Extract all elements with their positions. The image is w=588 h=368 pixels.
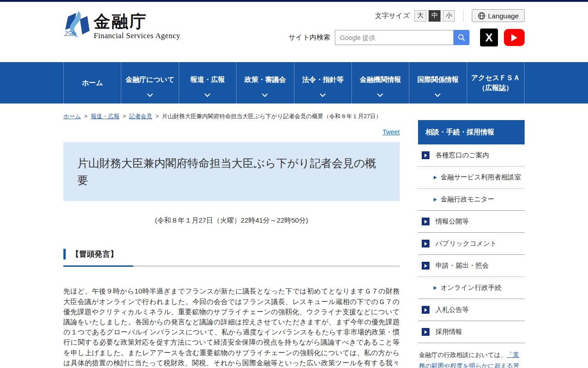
breadcrumb-link[interactable]: 記者会見 bbox=[129, 113, 152, 120]
site-search-input[interactable] bbox=[335, 30, 453, 45]
chevron-down-icon bbox=[147, 91, 153, 97]
arrow-square-icon bbox=[422, 151, 430, 159]
nav-item[interactable]: 報道・広報 bbox=[179, 62, 236, 104]
chevron-down-icon bbox=[262, 91, 268, 97]
sidebar-item-label: 入札公告等 bbox=[435, 305, 469, 314]
svg-text:25th: 25th bbox=[64, 30, 77, 37]
nav-item[interactable]: 国際関係情報 bbox=[409, 62, 466, 104]
sidebar: 相談・手続・採用情報 各種窓口のご案内金融サービス利用者相談室金融行政モニター情… bbox=[418, 104, 525, 368]
sidebar-item-label: 各種窓口のご案内 bbox=[435, 151, 489, 160]
page-title: 片山財務大臣兼内閣府特命担当大臣ぶら下がり記者会見の概要 bbox=[77, 155, 386, 189]
sidebar-item-label: 情報公開等 bbox=[435, 217, 469, 226]
arrow-square-icon bbox=[422, 240, 430, 247]
sidebar-item[interactable]: 申請・届出・照会 bbox=[418, 255, 525, 277]
font-size-label: 文字サイズ bbox=[375, 12, 410, 20]
site-subtitle: Financial Services Agency bbox=[94, 31, 180, 40]
arrow-square-icon bbox=[422, 306, 430, 314]
nav-item-label: 政策・審議会 bbox=[244, 75, 286, 85]
search-icon bbox=[458, 34, 465, 41]
sidebar-item-label: 申請・届出・照会 bbox=[435, 261, 489, 270]
arrow-right-icon bbox=[434, 176, 437, 179]
sidebar-item[interactable]: 採用情報 bbox=[418, 321, 525, 343]
nav-item[interactable]: アクセスＦＳＡ（広報誌） bbox=[467, 62, 525, 104]
sidebar-item[interactable]: オンライン行政手続 bbox=[418, 277, 525, 299]
x-twitter-icon[interactable]: X bbox=[480, 29, 498, 46]
breadcrumb-link[interactable]: 報道・広報 bbox=[90, 113, 119, 120]
breadcrumb-link[interactable]: ホーム bbox=[63, 113, 81, 120]
chevron-down-icon bbox=[435, 91, 441, 97]
sidebar-item-label: 金融サービス利用者相談室 bbox=[441, 173, 521, 182]
sidebar-note: 金融庁の行政相談においては、「業務の範囲や程度を明らかに超える苦情相談」への対応… bbox=[418, 343, 525, 368]
nav-item-label: 報道・広報 bbox=[190, 75, 225, 85]
nav-item-label: 法令・指針等 bbox=[302, 75, 344, 85]
site-header: 25th 金融庁 Financial Services Agency 文字サイズ… bbox=[0, 2, 588, 62]
chevron-down-icon bbox=[320, 91, 326, 97]
chevron-down-icon bbox=[204, 91, 210, 97]
sidebar-header: 相談・手続・採用情報 bbox=[418, 120, 525, 144]
sidebar-item[interactable]: パブリックコメント bbox=[418, 233, 525, 255]
fsa-logo-icon: 25th bbox=[63, 10, 90, 40]
font-size-button[interactable]: 中 bbox=[429, 10, 441, 22]
nav-item[interactable]: ホーム bbox=[63, 62, 121, 104]
fsa-logo[interactable]: 25th 金融庁 Financial Services Agency bbox=[63, 10, 180, 40]
sidebar-item[interactable]: 金融サービス利用者相談室 bbox=[418, 167, 525, 189]
arrow-right-icon bbox=[434, 198, 437, 201]
language-button[interactable]: Language bbox=[472, 9, 525, 22]
site-search-label: サイト内検索 bbox=[288, 33, 330, 42]
press-conference-date: (令和８年１月27日（火曜）22時41分～22時50分) bbox=[63, 216, 400, 225]
breadcrumb-separator: > bbox=[155, 113, 158, 120]
breadcrumb: ホーム>報道・広報>記者会見>片山財務大臣兼内閣府特命担当大臣ぶら下がり記者会見… bbox=[63, 104, 400, 121]
sidebar-item-label: 採用情報 bbox=[435, 328, 462, 336]
nav-item-label: 金融機関情報 bbox=[360, 75, 401, 85]
sidebar-item-label: オンライン行政手続 bbox=[441, 283, 501, 292]
sidebar-item[interactable]: 入札公告等 bbox=[418, 299, 525, 321]
sidebar-item-label: パブリックコメント bbox=[435, 239, 497, 248]
arrow-right-icon bbox=[434, 286, 437, 290]
nav-item-label: 金融庁について bbox=[125, 75, 174, 85]
nav-item[interactable]: 金融機関情報 bbox=[351, 62, 409, 104]
youtube-icon[interactable] bbox=[504, 29, 525, 46]
breadcrumb-separator: > bbox=[123, 113, 126, 120]
globe-icon bbox=[478, 12, 486, 20]
arrow-square-icon bbox=[422, 262, 430, 270]
tweet-link[interactable]: Tweet bbox=[383, 128, 400, 136]
sidebar-item-label: 金融行政モニター bbox=[441, 195, 494, 204]
sidebar-item[interactable]: 各種窓口のご案内 bbox=[418, 144, 525, 167]
chevron-down-icon bbox=[377, 91, 383, 97]
arrow-square-icon bbox=[422, 218, 430, 225]
nav-item-label: アクセスＦＳＡ（広報誌） bbox=[471, 73, 520, 93]
sidebar-note-text: 金融庁の行政相談においては、 bbox=[419, 351, 507, 358]
section-heading-rule bbox=[63, 265, 400, 267]
breadcrumb-separator: > bbox=[84, 113, 87, 120]
font-size-button[interactable]: 小 bbox=[443, 10, 455, 22]
arrow-square-icon bbox=[422, 328, 430, 336]
page-title-box: 片山財務大臣兼内閣府特命担当大臣ぶら下がり記者会見の概要 bbox=[63, 142, 400, 201]
font-size-button[interactable]: 大 bbox=[414, 10, 426, 22]
nav-item-label: ホーム bbox=[82, 78, 103, 88]
nav-item[interactable]: 政策・審議会 bbox=[236, 62, 294, 104]
statement-paragraph: 先ほど、午後９時から10時半過ぎまでフランスが新たに議長となった下では初めてとな… bbox=[63, 286, 400, 368]
nav-item-label: 国際関係情報 bbox=[417, 75, 458, 85]
global-nav: ホーム金融庁について報道・広報政策・審議会法令・指針等金融機関情報国際関係情報ア… bbox=[0, 62, 588, 104]
search-button[interactable] bbox=[453, 30, 469, 45]
breadcrumb-current: 片山財務大臣兼内閣府特命担当大臣ぶら下がり記者会見の概要（令和８年１月27日） bbox=[162, 113, 382, 120]
header-divider bbox=[463, 10, 464, 22]
site-title: 金融庁 bbox=[94, 10, 180, 33]
sidebar-item[interactable]: 金融行政モニター bbox=[418, 189, 525, 211]
language-button-label: Language bbox=[488, 12, 519, 20]
sidebar-item[interactable]: 情報公開等 bbox=[418, 211, 525, 233]
nav-item[interactable]: 法令・指針等 bbox=[294, 62, 351, 104]
nav-item[interactable]: 金融庁について bbox=[121, 62, 178, 104]
section-heading: 【冒頭発言】 bbox=[63, 249, 400, 259]
